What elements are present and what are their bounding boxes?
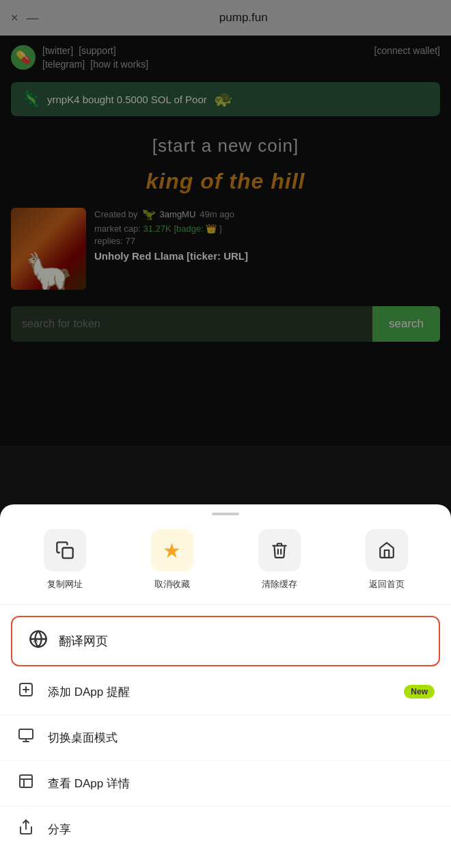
svg-rect-7 — [19, 729, 33, 739]
home-label: 返回首页 — [369, 578, 405, 591]
menu-item-share[interactable]: 分享 — [0, 806, 451, 852]
translate-icon: A — [29, 629, 48, 653]
svg-rect-10 — [20, 775, 32, 787]
home-icon — [366, 529, 408, 571]
svg-text:A: A — [33, 637, 38, 644]
dapp-detail-icon — [16, 773, 36, 794]
svg-rect-0 — [62, 548, 72, 558]
share-icon — [16, 819, 36, 839]
share-label: 分享 — [48, 822, 435, 837]
desktop-mode-icon — [16, 727, 36, 748]
clear-cache-label: 清除缓存 — [262, 578, 297, 591]
translate-label: 翻译网页 — [59, 633, 108, 649]
quick-action-copy-url[interactable]: 复制网址 — [44, 529, 86, 591]
new-badge: New — [404, 685, 435, 699]
add-dapp-label: 添加 DApp 提醒 — [48, 684, 392, 700]
quick-action-unfavorite[interactable]: ★ 取消收藏 — [151, 529, 193, 591]
quick-action-clear-cache[interactable]: 清除缓存 — [258, 529, 301, 591]
quick-actions: 复制网址 ★ 取消收藏 清除缓存 — [0, 529, 451, 605]
desktop-mode-label: 切换桌面模式 — [48, 730, 435, 746]
unfavorite-icon: ★ — [151, 529, 193, 571]
copy-url-label: 复制网址 — [47, 578, 83, 591]
menu-item-dapp-detail[interactable]: 查看 DApp 详情 — [0, 761, 451, 806]
translate-page-item[interactable]: A 翻译网页 — [11, 616, 440, 666]
dapp-detail-label: 查看 DApp 详情 — [48, 776, 435, 791]
unfavorite-label: 取消收藏 — [154, 578, 190, 591]
add-dapp-icon — [16, 681, 36, 702]
quick-action-home[interactable]: 返回首页 — [366, 529, 408, 591]
bottom-sheet: 复制网址 ★ 取消收藏 清除缓存 — [0, 504, 451, 868]
menu-item-add-dapp[interactable]: 添加 DApp 提醒 New — [0, 669, 451, 715]
sheet-handle — [212, 513, 239, 515]
clear-cache-icon — [258, 529, 301, 571]
copy-url-icon — [44, 529, 86, 571]
menu-item-desktop-mode[interactable]: 切换桌面模式 — [0, 715, 451, 761]
